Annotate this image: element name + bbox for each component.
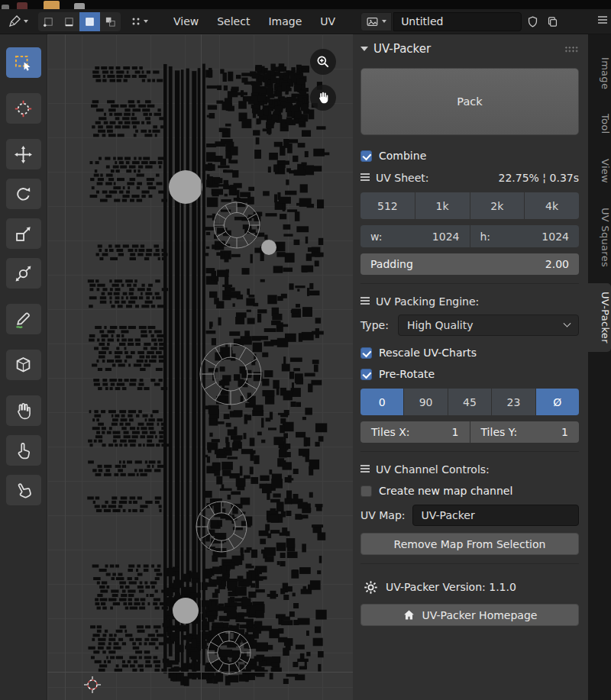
sticky-select-dropdown[interactable] bbox=[128, 14, 151, 29]
uv-select-mode-group bbox=[38, 12, 121, 31]
uv-map-field[interactable]: UV-Packer bbox=[412, 505, 579, 526]
tool-rotate[interactable] bbox=[6, 179, 41, 209]
uv-map-row: UV Map: UV-Packer bbox=[360, 505, 579, 526]
height-label: h: bbox=[480, 231, 491, 243]
uv-axis-center bbox=[201, 34, 202, 700]
rotate-23-button[interactable]: 23 bbox=[492, 389, 535, 415]
tool-annotate[interactable] bbox=[6, 304, 41, 334]
select-vertex-mode-button[interactable] bbox=[38, 12, 59, 31]
home-icon bbox=[402, 608, 415, 621]
tiles-group: Tiles X: 1 Tiles Y: 1 bbox=[360, 421, 579, 443]
tool-grab-hand[interactable] bbox=[6, 395, 41, 426]
pan-button[interactable] bbox=[310, 85, 336, 111]
tool-tweak[interactable] bbox=[6, 435, 41, 466]
select-edge-icon bbox=[63, 16, 75, 27]
uv-axis-bottom bbox=[47, 672, 353, 673]
engine-type-dropdown[interactable]: High Quality bbox=[398, 315, 579, 336]
tiles-x-field[interactable]: Tiles X: 1 bbox=[360, 421, 470, 443]
pack-button[interactable]: Pack bbox=[360, 68, 579, 135]
rotate-icon bbox=[13, 184, 34, 205]
tool-transform[interactable] bbox=[6, 258, 41, 289]
clipped-icon bbox=[74, 3, 85, 9]
fake-user-shield-button[interactable] bbox=[523, 12, 541, 31]
header-overflow-icon[interactable] bbox=[596, 14, 609, 28]
chevron-down-icon bbox=[144, 20, 148, 23]
remove-map-button[interactable]: Remove Map From Selection bbox=[360, 533, 579, 555]
uv-editor-viewport[interactable] bbox=[47, 34, 353, 700]
engine-section-label: UV Packing Engine: bbox=[360, 290, 579, 312]
size-4k-button[interactable]: 4k bbox=[525, 192, 579, 219]
menu-view[interactable]: View bbox=[164, 15, 208, 27]
prerotate-checkbox[interactable] bbox=[360, 369, 372, 380]
select-edge-mode-button[interactable] bbox=[59, 12, 79, 31]
combine-checkbox[interactable] bbox=[360, 150, 372, 162]
tab-uv-squares[interactable]: UV Squares bbox=[588, 199, 611, 276]
width-field[interactable]: w: 1024 bbox=[360, 225, 470, 247]
tiles-y-value: 1 bbox=[561, 426, 568, 438]
editor-type-button[interactable] bbox=[5, 12, 31, 31]
rotate-90-button[interactable]: 90 bbox=[404, 389, 447, 415]
rescale-checkbox-row[interactable]: Rescale UV-Charts bbox=[360, 342, 579, 363]
box-select-icon bbox=[13, 53, 34, 73]
zoom-button[interactable] bbox=[310, 49, 336, 75]
pointing-finger-tilted-icon bbox=[13, 480, 34, 501]
combine-checkbox-row[interactable]: Combine bbox=[360, 145, 579, 166]
image-browse-button[interactable] bbox=[360, 12, 392, 31]
shield-icon bbox=[526, 15, 539, 28]
height-field[interactable]: h: 1024 bbox=[470, 225, 580, 247]
select-island-mode-button[interactable] bbox=[100, 12, 121, 31]
tab-uv-packer[interactable]: UV-Packer bbox=[588, 283, 611, 352]
rotate-0-button[interactable]: 0 bbox=[360, 389, 403, 415]
tool-box-select[interactable] bbox=[6, 47, 41, 78]
pan-hand-icon bbox=[315, 90, 331, 105]
gear-icon bbox=[363, 579, 379, 595]
pointing-finger-icon bbox=[13, 440, 34, 461]
tool-move[interactable] bbox=[6, 139, 41, 169]
prerotate-checkbox-row[interactable]: Pre-Rotate bbox=[360, 363, 579, 385]
uv-map-label: UV Map: bbox=[360, 509, 406, 521]
homepage-button[interactable]: UV-Packer Homepage bbox=[360, 604, 579, 626]
tab-tool[interactable]: Tool bbox=[588, 105, 611, 142]
rescale-checkbox[interactable] bbox=[360, 347, 372, 359]
collapse-triangle-icon[interactable] bbox=[360, 47, 368, 51]
tool-tweak-alt[interactable] bbox=[6, 475, 41, 505]
create-channel-checkbox[interactable] bbox=[360, 485, 372, 497]
menu-image[interactable]: Image bbox=[259, 15, 311, 27]
width-height-group: w: 1024 h: 1024 bbox=[360, 225, 579, 247]
panel-title: UV-Packer bbox=[373, 42, 431, 56]
padding-slider[interactable]: Padding 2.00 bbox=[360, 253, 579, 275]
image-name-field[interactable]: Untitled bbox=[393, 12, 522, 31]
uv-axis-left bbox=[65, 34, 66, 700]
size-2k-button[interactable]: 2k bbox=[470, 192, 525, 219]
menu-uv[interactable]: UV bbox=[311, 15, 344, 27]
tiles-x-value: 1 bbox=[452, 426, 459, 438]
tool-cursor[interactable] bbox=[6, 93, 41, 124]
version-row: UV-Packer Version: 1.1.0 bbox=[360, 570, 579, 604]
tool-box[interactable] bbox=[6, 350, 41, 380]
rotate-free-button[interactable]: Ø bbox=[536, 389, 579, 415]
tab-view[interactable]: View bbox=[588, 150, 611, 192]
create-channel-label: Create new map channel bbox=[379, 485, 512, 497]
clipped-icon bbox=[44, 1, 60, 9]
uv-editor-icon bbox=[8, 15, 21, 28]
tiles-y-field[interactable]: Tiles Y: 1 bbox=[470, 421, 580, 443]
uv-sheet-label: UV Sheet: bbox=[376, 172, 428, 184]
size-512-button[interactable]: 512 bbox=[360, 192, 415, 219]
select-face-mode-button[interactable] bbox=[79, 12, 100, 31]
tab-image[interactable]: Image bbox=[588, 49, 611, 98]
channel-label: UV Channel Controls: bbox=[376, 463, 490, 476]
width-value: 1024 bbox=[432, 231, 460, 243]
zoom-in-icon bbox=[315, 54, 331, 69]
channel-section-label: UV Channel Controls: bbox=[360, 458, 579, 480]
rotate-45-button[interactable]: 45 bbox=[448, 389, 491, 415]
duplicate-image-button[interactable] bbox=[543, 12, 561, 31]
grip-icon[interactable] bbox=[564, 46, 579, 53]
select-island-icon bbox=[105, 16, 116, 27]
tool-scale[interactable] bbox=[6, 218, 41, 249]
list-icon bbox=[360, 173, 370, 182]
size-1k-button[interactable]: 1k bbox=[415, 192, 470, 219]
menu-select[interactable]: Select bbox=[208, 15, 259, 27]
height-value: 1024 bbox=[541, 231, 569, 243]
image-datablock-selector: Untitled bbox=[360, 12, 561, 31]
create-channel-checkbox-row[interactable]: Create new map channel bbox=[360, 480, 579, 502]
